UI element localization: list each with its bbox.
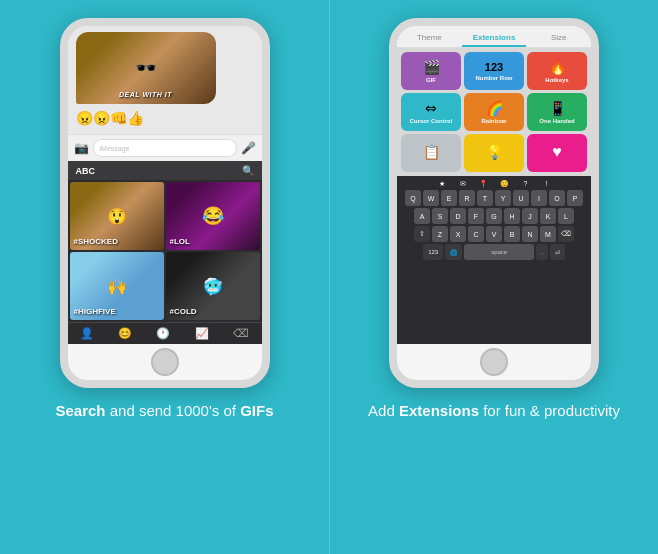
home-button-right[interactable] [480,348,508,376]
one-handed-tile-icon: 📱 [549,100,566,116]
num-key[interactable]: 123 [423,244,443,260]
rainbow-tile-icon: 🌈 [486,100,503,116]
search-icon[interactable]: 🔍 [242,165,254,176]
question-key[interactable]: ? [518,180,534,188]
rainbow-tile-label: Rainbow [482,118,507,124]
key-o[interactable]: O [549,190,565,206]
caption-left: Search and send 1000's of GIFs [35,400,295,421]
caption-right: Add Extensions for fun & productivity [364,400,624,421]
tile-bulb[interactable]: 💡 [464,134,524,172]
key-y[interactable]: Y [495,190,511,206]
key-m[interactable]: M [540,226,556,242]
gif-cell-highfive[interactable]: 🙌 #HIGHFIVE [70,252,164,320]
key-c[interactable]: C [468,226,484,242]
key-t[interactable]: T [477,190,493,206]
clock-icon[interactable]: 🕐 [156,327,170,340]
ext-row-2: ⇔ Cursor Control 🌈 Rainbow 📱 One Handed [401,93,587,131]
shift-key[interactable]: ⇧ [414,226,430,242]
person-icon[interactable]: 👤 [80,327,94,340]
gif-cell-shocked[interactable]: 😲 #SHOCKED [70,182,164,250]
caption-gifs-bold: GIFs [240,402,273,419]
key-d[interactable]: D [450,208,466,224]
key-k[interactable]: K [540,208,556,224]
delete-icon[interactable]: ⌫ [233,327,249,340]
tile-one-handed[interactable]: 📱 One Handed [527,93,587,131]
caption-productivity: for fun & productivity [479,402,620,419]
key-e[interactable]: E [441,190,457,206]
key-l[interactable]: L [558,208,574,224]
backspace-key[interactable]: ⌫ [558,226,574,242]
tile-hotkeys[interactable]: 🔥 Hotkeys [527,52,587,90]
key-v[interactable]: V [486,226,502,242]
hotkeys-tile-icon: 🔥 [549,59,566,75]
key-b[interactable]: B [504,226,520,242]
globe-key[interactable]: 🌐 [445,244,462,260]
bottom-bar-left: 👤 😊 🕐 📈 ⌫ [68,322,262,344]
smiley-icon[interactable]: 😊 [118,327,132,340]
exclaim-key[interactable]: ! [539,180,555,188]
bulb-icon: 💡 [486,144,503,160]
main-container: 🕶️ DEAL WITH IT 😠😠👊👍 📷 iMessage 🎤 [0,0,658,554]
tile-gif[interactable]: 🎬 GIF [401,52,461,90]
message-input[interactable]: iMessage [93,139,237,157]
emoji-row: 😠😠👊👍 [76,108,254,128]
qwerty-row: Q W E R T Y U I O P [399,190,589,206]
mail-key[interactable]: ✉ [455,180,471,188]
tab-theme[interactable]: Theme [397,30,462,47]
keyboard-left: ABC 🔍 😲 #SHOCKED 😂 #LOL 🙌 [68,161,262,344]
caption-search-bold: Search [55,402,105,419]
key-x[interactable]: X [450,226,466,242]
right-panel: Theme Extensions Size 🎬 GIF 123 Num [329,0,658,554]
deal-with-it-text: DEAL WITH IT [76,91,216,98]
left-panel: 🕶️ DEAL WITH IT 😠😠👊👍 📷 iMessage 🎤 [0,0,329,554]
kb-top-bar: ABC 🔍 [68,161,262,180]
tab-extensions[interactable]: Extensions [462,30,527,47]
key-p[interactable]: P [567,190,583,206]
caption-add: Add [368,402,399,419]
key-a[interactable]: A [414,208,430,224]
tab-size[interactable]: Size [526,30,591,47]
key-j[interactable]: J [522,208,538,224]
key-n[interactable]: N [522,226,538,242]
tile-heart[interactable]: ♥ [527,134,587,172]
key-s[interactable]: S [432,208,448,224]
emoji-key[interactable]: 😊 [497,180,513,188]
key-u[interactable]: U [513,190,529,206]
key-w[interactable]: W [423,190,439,206]
key-g[interactable]: G [486,208,502,224]
tile-cursor-control[interactable]: ⇔ Cursor Control [401,93,461,131]
cursor-tile-icon: ⇔ [425,100,437,116]
key-h[interactable]: H [504,208,520,224]
zxcv-row: ⇧ Z X C V B N M ⌫ [399,226,589,242]
period-key[interactable]: . [536,244,548,260]
key-f[interactable]: F [468,208,484,224]
key-z[interactable]: Z [432,226,448,242]
key-r[interactable]: R [459,190,475,206]
key-q[interactable]: Q [405,190,421,206]
return-key[interactable]: ⏎ [550,244,565,260]
space-key[interactable]: space [464,244,534,260]
gif-grid: 😲 #SHOCKED 😂 #LOL 🙌 #HIGHFIVE 🥶 [68,180,262,322]
star-key[interactable]: ★ [434,180,450,188]
emoji-display: 😠😠👊👍 [76,110,144,126]
tile-clipboard[interactable]: 📋 [401,134,461,172]
gif-tag-highfive: #HIGHFIVE [74,307,116,316]
mic-icon: 🎤 [241,141,256,155]
tile-number-row[interactable]: 123 Number Row [464,52,524,90]
right-screen: Theme Extensions Size 🎬 GIF 123 Num [397,26,591,344]
graph-icon[interactable]: 📈 [195,327,209,340]
key-i[interactable]: I [531,190,547,206]
gif-cell-lol[interactable]: 😂 #LOL [166,182,260,250]
tile-rainbow[interactable]: 🌈 Rainbow [464,93,524,131]
map-key[interactable]: 📍 [476,180,492,188]
gif-message: 🕶️ DEAL WITH IT [76,32,216,104]
asdf-row: A S D F G H J K L [399,208,589,224]
caption-extensions-bold: Extensions [399,402,479,419]
gif-cell-cold[interactable]: 🥶 #COLD [166,252,260,320]
home-button-left[interactable] [151,348,179,376]
cursor-tile-label: Cursor Control [410,118,453,124]
ext-tiles: 🎬 GIF 123 Number Row 🔥 Hotkeys [397,48,591,176]
keyboard-right: ★ ✉ 📍 😊 ? ! Q W E R T Y [397,176,591,344]
heart-icon: ♥ [552,143,562,161]
gif-tile-icon: 🎬 [423,59,440,75]
